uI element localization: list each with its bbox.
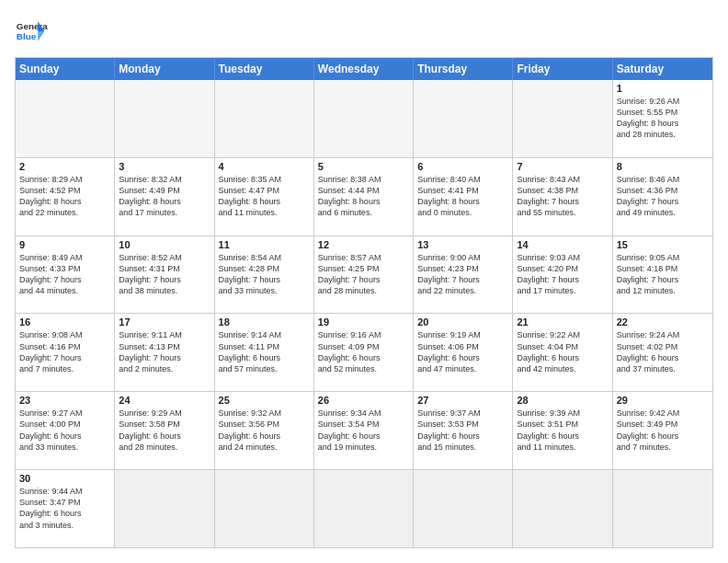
weekday-header-tuesday: Tuesday [215, 58, 314, 80]
day-content: Sunrise: 9:03 AM Sunset: 4:20 PM Dayligh… [517, 252, 608, 297]
day-number: 5 [318, 161, 409, 172]
day-cell-17: 17Sunrise: 9:11 AM Sunset: 4:13 PM Dayli… [115, 314, 214, 391]
day-content: Sunrise: 8:49 AM Sunset: 4:33 PM Dayligh… [19, 252, 110, 297]
day-content: Sunrise: 9:37 AM Sunset: 3:53 PM Dayligh… [417, 408, 508, 453]
day-number: 19 [318, 316, 409, 327]
day-number: 30 [19, 473, 110, 484]
day-number: 4 [219, 161, 310, 172]
day-cell-18: 18Sunrise: 9:14 AM Sunset: 4:11 PM Dayli… [215, 314, 314, 391]
weekday-header-saturday: Saturday [613, 58, 712, 80]
day-number: 6 [417, 161, 508, 172]
day-content: Sunrise: 9:27 AM Sunset: 4:00 PM Dayligh… [19, 408, 110, 453]
weekday-header-monday: Monday [115, 58, 214, 80]
day-number: 11 [219, 239, 310, 250]
day-cell-8: 8Sunrise: 8:46 AM Sunset: 4:36 PM Daylig… [613, 158, 712, 236]
day-content: Sunrise: 8:40 AM Sunset: 4:41 PM Dayligh… [417, 174, 508, 219]
day-cell-12: 12Sunrise: 8:57 AM Sunset: 4:25 PM Dayli… [314, 236, 414, 314]
day-content: Sunrise: 9:16 AM Sunset: 4:09 PM Dayligh… [318, 329, 409, 374]
empty-cell [314, 470, 414, 547]
day-cell-9: 9Sunrise: 8:49 AM Sunset: 4:33 PM Daylig… [16, 236, 115, 314]
day-content: Sunrise: 9:34 AM Sunset: 3:54 PM Dayligh… [318, 408, 409, 453]
day-number: 7 [517, 161, 608, 172]
day-cell-2: 2Sunrise: 8:29 AM Sunset: 4:52 PM Daylig… [16, 158, 115, 236]
day-content: Sunrise: 8:43 AM Sunset: 4:38 PM Dayligh… [517, 174, 608, 219]
empty-cell [414, 80, 513, 157]
empty-cell [215, 470, 314, 547]
day-content: Sunrise: 8:57 AM Sunset: 4:25 PM Dayligh… [318, 252, 409, 297]
empty-cell [513, 80, 612, 157]
day-cell-15: 15Sunrise: 9:05 AM Sunset: 4:18 PM Dayli… [613, 236, 712, 314]
day-number: 15 [617, 239, 709, 250]
empty-cell [613, 470, 712, 547]
calendar-page: General Blue SundayMondayTuesdayWednesda… [0, 0, 728, 563]
calendar-header: SundayMondayTuesdayWednesdayThursdayFrid… [16, 58, 712, 80]
day-content: Sunrise: 9:26 AM Sunset: 5:55 PM Dayligh… [617, 96, 709, 141]
svg-text:Blue: Blue [17, 31, 37, 41]
day-content: Sunrise: 9:05 AM Sunset: 4:18 PM Dayligh… [617, 252, 709, 297]
calendar-row-4: 16Sunrise: 9:08 AM Sunset: 4:16 PM Dayli… [16, 314, 712, 392]
day-cell-1: 1Sunrise: 9:26 AM Sunset: 5:55 PM Daylig… [613, 80, 712, 157]
day-content: Sunrise: 9:24 AM Sunset: 4:02 PM Dayligh… [617, 329, 709, 374]
calendar: SundayMondayTuesdayWednesdayThursdayFrid… [15, 57, 713, 548]
header: General Blue [15, 15, 713, 48]
day-number: 29 [617, 395, 709, 406]
day-content: Sunrise: 9:22 AM Sunset: 4:04 PM Dayligh… [517, 329, 608, 374]
day-number: 22 [617, 316, 709, 327]
empty-cell [115, 80, 214, 157]
empty-cell [414, 470, 513, 547]
empty-cell [513, 470, 612, 547]
day-cell-6: 6Sunrise: 8:40 AM Sunset: 4:41 PM Daylig… [414, 158, 513, 236]
day-number: 9 [19, 239, 110, 250]
day-number: 28 [517, 395, 608, 406]
day-number: 16 [19, 316, 110, 327]
day-cell-3: 3Sunrise: 8:32 AM Sunset: 4:49 PM Daylig… [115, 158, 214, 236]
day-content: Sunrise: 9:19 AM Sunset: 4:06 PM Dayligh… [417, 329, 508, 374]
day-number: 8 [617, 161, 709, 172]
day-cell-24: 24Sunrise: 9:29 AM Sunset: 3:58 PM Dayli… [115, 392, 214, 469]
day-number: 25 [219, 395, 310, 406]
day-number: 14 [517, 239, 608, 250]
day-number: 17 [119, 316, 210, 327]
logo: General Blue [15, 15, 48, 48]
weekday-header-friday: Friday [513, 58, 612, 80]
day-content: Sunrise: 8:29 AM Sunset: 4:52 PM Dayligh… [19, 174, 110, 219]
day-content: Sunrise: 9:00 AM Sunset: 4:23 PM Dayligh… [417, 252, 508, 297]
logo-icon: General Blue [15, 15, 48, 48]
day-cell-30: 30Sunrise: 9:44 AM Sunset: 3:47 PM Dayli… [16, 470, 115, 547]
day-cell-11: 11Sunrise: 8:54 AM Sunset: 4:28 PM Dayli… [215, 236, 314, 314]
weekday-header-wednesday: Wednesday [314, 58, 414, 80]
day-number: 24 [119, 395, 210, 406]
day-cell-4: 4Sunrise: 8:35 AM Sunset: 4:47 PM Daylig… [215, 158, 314, 236]
day-content: Sunrise: 9:42 AM Sunset: 3:49 PM Dayligh… [617, 408, 709, 453]
day-number: 2 [19, 161, 110, 172]
empty-cell [16, 80, 115, 157]
calendar-body: 1Sunrise: 9:26 AM Sunset: 5:55 PM Daylig… [16, 80, 712, 547]
day-cell-22: 22Sunrise: 9:24 AM Sunset: 4:02 PM Dayli… [613, 314, 712, 391]
calendar-row-2: 2Sunrise: 8:29 AM Sunset: 4:52 PM Daylig… [16, 158, 712, 236]
day-content: Sunrise: 8:52 AM Sunset: 4:31 PM Dayligh… [119, 252, 210, 297]
day-content: Sunrise: 9:32 AM Sunset: 3:56 PM Dayligh… [219, 408, 310, 453]
svg-marker-3 [38, 31, 44, 41]
day-content: Sunrise: 8:35 AM Sunset: 4:47 PM Dayligh… [219, 174, 310, 219]
empty-cell [215, 80, 314, 157]
empty-cell [115, 470, 214, 547]
day-number: 3 [119, 161, 210, 172]
calendar-row-1: 1Sunrise: 9:26 AM Sunset: 5:55 PM Daylig… [16, 80, 712, 158]
day-cell-28: 28Sunrise: 9:39 AM Sunset: 3:51 PM Dayli… [513, 392, 612, 469]
day-content: Sunrise: 8:54 AM Sunset: 4:28 PM Dayligh… [219, 252, 310, 297]
day-content: Sunrise: 8:38 AM Sunset: 4:44 PM Dayligh… [318, 174, 409, 219]
day-cell-16: 16Sunrise: 9:08 AM Sunset: 4:16 PM Dayli… [16, 314, 115, 391]
day-content: Sunrise: 9:39 AM Sunset: 3:51 PM Dayligh… [517, 408, 608, 453]
calendar-row-6: 30Sunrise: 9:44 AM Sunset: 3:47 PM Dayli… [16, 470, 712, 547]
day-number: 10 [119, 239, 210, 250]
day-cell-25: 25Sunrise: 9:32 AM Sunset: 3:56 PM Dayli… [215, 392, 314, 469]
weekday-header-sunday: Sunday [16, 58, 115, 80]
day-number: 26 [318, 395, 409, 406]
day-cell-14: 14Sunrise: 9:03 AM Sunset: 4:20 PM Dayli… [513, 236, 612, 314]
day-number: 12 [318, 239, 409, 250]
day-cell-19: 19Sunrise: 9:16 AM Sunset: 4:09 PM Dayli… [314, 314, 414, 391]
day-content: Sunrise: 9:08 AM Sunset: 4:16 PM Dayligh… [19, 329, 110, 374]
day-cell-10: 10Sunrise: 8:52 AM Sunset: 4:31 PM Dayli… [115, 236, 214, 314]
day-cell-13: 13Sunrise: 9:00 AM Sunset: 4:23 PM Dayli… [414, 236, 513, 314]
day-number: 18 [219, 316, 310, 327]
